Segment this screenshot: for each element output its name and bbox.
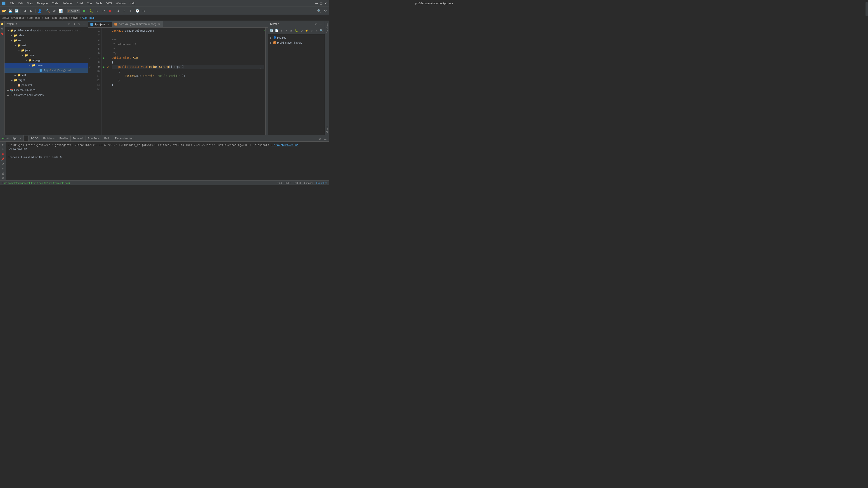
reformat-button[interactable]: ⟳ [51,8,57,14]
maven-search[interactable]: 🔍 [319,28,324,33]
locate-file-button[interactable]: ◎ [67,22,72,26]
menu-help[interactable]: Help [128,1,137,6]
forward-button[interactable]: ▶ [28,8,34,14]
tab-build[interactable]: Build [102,135,113,141]
tab-app-java-close[interactable]: ✕ [106,23,110,26]
tree-item-src[interactable]: ▼ 📁 src [4,38,88,43]
bookmarks-icon[interactable]: 🔖 [0,32,4,36]
run-clear[interactable]: ✕ [1,176,5,180]
event-log[interactable]: Event Log [316,182,328,184]
editor-scrollbar[interactable]: ✓ [266,28,268,135]
tree-item-maven[interactable]: ▼ 📁 maven [4,63,88,68]
run-pin[interactable]: 📌 [1,157,5,161]
coverage-button[interactable]: 📊 [58,8,64,14]
vcs-push[interactable]: ⬆ [128,8,134,14]
vcs-history[interactable]: 🕐 [134,8,140,14]
run-button[interactable]: ▶ [82,8,88,14]
tab-profiler[interactable]: Profiler [57,135,70,141]
breadcrumb-atguigu[interactable]: atguigu [59,16,68,20]
run-wrap[interactable]: ↩ [1,167,5,170]
menu-build[interactable]: Build [75,1,85,6]
run-class-gutter[interactable]: ▶ [102,56,106,60]
menu-code[interactable]: Code [50,1,60,6]
panel-settings-button[interactable]: ⚙ [77,22,82,26]
breadcrumb-maven[interactable]: maven [71,16,79,20]
tab-todo[interactable]: TODO [29,135,41,141]
breadcrumb-com[interactable]: com [52,16,57,20]
run-with-coverage[interactable]: ▷ [94,8,100,14]
run-configuration[interactable]: ▷ App ▼ [67,9,80,13]
maven-run[interactable]: ▶ [289,28,294,33]
code-editor[interactable]: package com.atguigu.maven; /** * Hello w… [110,28,266,135]
tab-app-java[interactable]: J App.java ✕ [88,21,112,27]
menu-navigate[interactable]: Navigate [35,1,50,6]
maven-download[interactable]: ⬇ [279,28,284,33]
menu-tools[interactable]: Tools [94,1,104,6]
run-scroll-end[interactable]: ⬇ [1,147,5,151]
bottom-settings[interactable]: ⚙ [318,137,322,141]
profile-button[interactable]: ↩ [101,8,106,14]
maximize-button[interactable]: ☐ [319,2,323,5]
vcs-branch[interactable]: ⑆ [141,8,147,14]
tab-dependencies[interactable]: Dependencies [113,135,135,141]
run-stop[interactable]: ■ [1,152,5,156]
tree-item-pomxml[interactable]: M pom.xml [4,83,88,88]
maven-skip-tests[interactable]: ⊘ [299,28,304,33]
vcs-update[interactable]: ⬇ [115,8,121,14]
minimize-button[interactable]: ─ [315,2,318,5]
run-filter[interactable]: ⚙ [1,162,5,166]
structure-icon[interactable]: ⚙ [0,27,4,31]
collapse-all-button[interactable]: ⤓ [72,22,76,26]
maven-refresh[interactable]: 🔄 [269,28,274,33]
run-print[interactable]: 🖨 [1,171,5,175]
run-app-close[interactable]: ✕ [20,137,22,140]
breadcrumb-java[interactable]: java [44,16,49,20]
maven-project-item[interactable]: ▶ M pro03-maven-import [268,40,325,45]
bottom-minimize[interactable]: — [323,137,328,141]
search-everywhere-button[interactable]: 🔍 [316,8,322,14]
run-app-tab[interactable]: App [11,137,19,140]
panel-minimize-button[interactable]: — [82,22,87,26]
indent-info[interactable]: 4 spaces [303,182,313,184]
run-method-gutter[interactable]: ▶ [102,65,106,69]
open-file-button[interactable]: 📂 [1,8,7,14]
debug-button[interactable]: 🐛 [88,8,94,14]
class-fold-marker[interactable]: ▽ [88,56,91,60]
save-button[interactable]: 💾 [7,8,13,14]
maven-show-effective[interactable]: 📄 [274,28,279,33]
tab-pom-xml[interactable]: M pom.xml (pro03-maven-import) ✕ [112,21,163,27]
tree-item-atguigu[interactable]: ▼ 📁 atguigu [4,58,88,63]
maven-debug[interactable]: 🐛 [294,28,299,33]
menu-view[interactable]: View [25,1,35,6]
console-classpath-link[interactable]: E:\Maven\Maven-wo [271,143,299,147]
editor-content[interactable]: ▽ ▽ 1 2 3 4 5 6 7 8 9 10 11 [88,28,268,135]
tree-item-com[interactable]: ▼ 📁 com [4,53,88,58]
method-fold-marker[interactable]: ▽ [88,65,91,69]
tree-item-target[interactable]: ▶ 📁 target [4,78,88,83]
git-button[interactable]: 👤 [37,8,42,14]
menu-edit[interactable]: Edit [17,1,25,6]
vcs-commit[interactable]: ✓ [122,8,127,14]
maven-profiles-item[interactable]: ▶ 👤 Profiles [268,35,325,40]
breadcrumb-class[interactable]: App [82,16,87,20]
tree-item-idea[interactable]: ▶ 📁 .idea [4,33,88,38]
cursor-position[interactable]: 9:24 [277,182,282,184]
build-button[interactable]: 🔨 [45,8,51,14]
breadcrumb-main[interactable]: main [35,16,41,20]
run-restart[interactable]: ▶ [1,142,5,147]
breadcrumb-method[interactable]: main [90,16,95,20]
right-tab-database[interactable]: Database [325,21,329,35]
tree-item-main[interactable]: ▼ 📁 main [4,43,88,48]
maven-settings-button[interactable]: ⚙ [313,22,318,26]
maven-add[interactable]: + [284,28,289,33]
breadcrumb-project[interactable]: pro03-maven-import [2,16,26,20]
menu-file[interactable]: File [8,1,16,6]
settings-button[interactable]: ⚙ [322,8,328,14]
tree-item-java[interactable]: ▼ 📁 java [4,48,88,53]
maven-threads[interactable]: ⚡ [304,28,309,33]
run-console[interactable]: E:\JDK\jdk-17\bin\java.exe "-javaagent:E… [6,142,329,180]
stop-button[interactable]: ■ [107,8,113,14]
right-tab-maven[interactable]: Maven [325,124,329,135]
tab-terminal[interactable]: Terminal [70,135,86,141]
tab-pom-xml-close[interactable]: ✕ [157,23,160,26]
